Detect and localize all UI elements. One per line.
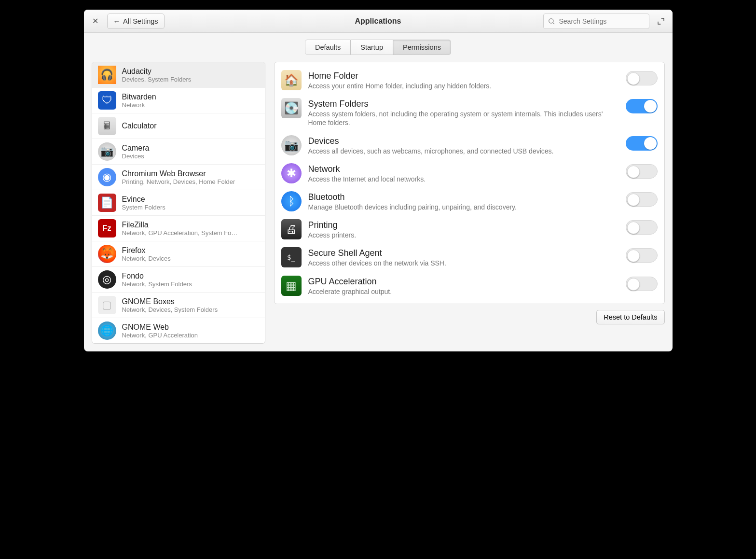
app-text: Calculator (122, 122, 259, 130)
search-icon (548, 17, 555, 25)
search-container[interactable] (543, 14, 649, 29)
app-row-bitwarden[interactable]: 🛡 Bitwarden Network (92, 88, 265, 113)
app-name: Firefox (122, 246, 259, 255)
app-row-chromium-web-browser[interactable]: ◉ Chromium Web Browser Printing, Network… (92, 165, 265, 190)
app-subtitle: System Folders (122, 204, 259, 211)
app-text: Fondo Network, System Folders (122, 272, 259, 288)
permission-toggle-network[interactable] (626, 164, 658, 179)
permission-row-home: 🏠 Home Folder Access your entire Home fo… (279, 66, 660, 94)
permission-row-network: ✱ Network Access the Internet and local … (279, 159, 660, 187)
app-text: Firefox Network, Devices (122, 246, 259, 262)
app-subtitle: Network, System Folders (122, 280, 259, 288)
permission-text: Bluetooth Manage Bluetooth devices inclu… (308, 191, 619, 211)
app-text: Bitwarden Network (122, 93, 259, 109)
app-row-evince[interactable]: 📄 Evince System Folders (92, 190, 265, 216)
app-list[interactable]: 🎧 Audacity Devices, System Folders 🛡 Bit… (92, 62, 265, 344)
close-button[interactable]: ✕ (89, 14, 102, 28)
app-name: FileZilla (122, 221, 259, 229)
app-row-camera[interactable]: 📷 Camera Devices (92, 139, 265, 165)
permission-text: Network Access the Internet and local ne… (308, 163, 619, 183)
permission-title: Secure Shell Agent (308, 248, 619, 258)
permission-row-system: 💽 System Folders Access system folders, … (279, 94, 660, 131)
permission-row-gpu: ▦ GPU Acceleration Accelerate graphical … (279, 272, 660, 300)
svg-point-0 (549, 18, 553, 23)
all-settings-label: All Settings (123, 17, 158, 25)
permission-title: Devices (308, 136, 619, 146)
permission-toggle-system[interactable] (626, 99, 658, 113)
footer-row: Reset to Defaults (274, 310, 665, 324)
app-row-gnome-web[interactable]: 🌐 GNOME Web Network, GPU Acceleration (92, 318, 265, 343)
permission-text: Printing Access printers. (308, 219, 619, 239)
app-name: Evince (122, 195, 259, 204)
app-text: Chromium Web Browser Printing, Network, … (122, 169, 259, 185)
toggle-knob (627, 222, 640, 234)
permission-text: System Folders Access system folders, no… (308, 98, 619, 127)
permission-title: Network (308, 164, 619, 174)
permission-title: System Folders (308, 99, 619, 109)
back-arrow-icon: ← (113, 17, 121, 25)
app-row-fondo[interactable]: ◎ Fondo Network, System Folders (92, 267, 265, 293)
app-subtitle: Printing, Network, Devices, Home Folder (122, 178, 259, 185)
maximize-icon (657, 17, 665, 25)
app-icon: ◉ (98, 168, 116, 186)
app-icon: 🎧 (98, 66, 116, 84)
app-icon: 🛡 (98, 91, 116, 110)
maximize-button[interactable] (654, 14, 668, 28)
app-name: Camera (122, 144, 259, 153)
app-subtitle: Network, GPU Acceleration (122, 332, 259, 339)
permission-toggle-bluetooth[interactable] (626, 192, 658, 207)
gpu-icon: ▦ (281, 276, 302, 296)
app-text: Audacity Devices, System Folders (122, 67, 259, 83)
app-icon: 🌐 (98, 321, 116, 340)
tab-permissions[interactable]: Permissions (393, 40, 451, 55)
app-name: Bitwarden (122, 93, 259, 101)
app-row-audacity[interactable]: 🎧 Audacity Devices, System Folders (92, 62, 265, 88)
permissions-panel: 🏠 Home Folder Access your entire Home fo… (274, 62, 665, 304)
app-subtitle: Devices (122, 153, 259, 160)
app-row-filezilla[interactable]: Fz FileZilla Network, GPU Acceleration, … (92, 216, 265, 241)
permission-toggle-devices[interactable] (626, 136, 658, 151)
permission-toggle-ssh[interactable] (626, 248, 658, 263)
permission-description: Manage Bluetooth devices including pairi… (308, 203, 619, 211)
toggle-knob (627, 194, 640, 206)
app-icon: 🦊 (98, 245, 116, 263)
tab-row: Defaults Startup Permissions (84, 33, 673, 62)
app-subtitle: Network, Devices, System Folders (122, 306, 259, 313)
app-text: GNOME Boxes Network, Devices, System Fol… (122, 297, 259, 313)
permission-text: Home Folder Access your entire Home fold… (308, 70, 619, 90)
home-icon: 🏠 (281, 70, 302, 90)
permission-toggle-printing[interactable] (626, 220, 658, 235)
ssh-icon: $_ (281, 247, 302, 267)
toggle-knob (627, 72, 640, 85)
permission-row-bluetooth: ᛒ Bluetooth Manage Bluetooth devices inc… (279, 187, 660, 215)
app-icon: 📷 (98, 142, 116, 161)
permission-title: Home Folder (308, 71, 619, 81)
app-row-calculator[interactable]: 🖩 Calculator (92, 113, 265, 139)
permission-text: Devices Access all devices, such as webc… (308, 135, 619, 155)
app-name: Audacity (122, 67, 259, 76)
app-icon: ◎ (98, 270, 116, 289)
toggle-knob (627, 278, 640, 291)
toggle-knob (644, 100, 657, 112)
app-text: GNOME Web Network, GPU Acceleration (122, 323, 259, 339)
settings-window: ✕ ← All Settings Applications Defaults S… (84, 10, 673, 351)
permission-toggle-home[interactable] (626, 71, 658, 85)
permission-title: GPU Acceleration (308, 277, 619, 287)
headerbar: ✕ ← All Settings Applications (84, 10, 673, 33)
reset-to-defaults-button[interactable]: Reset to Defaults (596, 310, 664, 324)
tab-startup[interactable]: Startup (351, 40, 393, 55)
tab-defaults[interactable]: Defaults (305, 40, 351, 55)
app-row-gnome-boxes[interactable]: ▢ GNOME Boxes Network, Devices, System F… (92, 293, 265, 318)
permission-description: Accelerate graphical output. (308, 287, 619, 296)
app-subtitle: Network, GPU Acceleration, System Fo… (122, 229, 259, 237)
toggle-knob (627, 250, 640, 262)
permission-description: Access printers. (308, 231, 619, 239)
app-row-firefox[interactable]: 🦊 Firefox Network, Devices (92, 241, 265, 267)
all-settings-button[interactable]: ← All Settings (107, 14, 165, 29)
permission-description: Access all devices, such as webcams, mic… (308, 147, 619, 155)
permission-title: Bluetooth (308, 192, 619, 202)
toggle-knob (644, 137, 657, 150)
main-content: 🎧 Audacity Devices, System Folders 🛡 Bit… (84, 62, 673, 351)
search-input[interactable] (558, 17, 645, 26)
permission-toggle-gpu[interactable] (626, 277, 658, 291)
